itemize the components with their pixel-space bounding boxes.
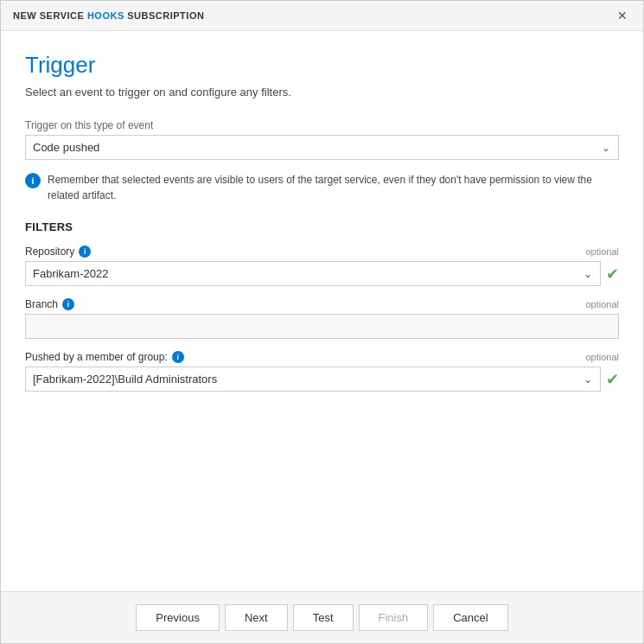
branch-optional-label: optional bbox=[585, 299, 619, 309]
repository-select[interactable]: Fabrikam-2022 Fabrikam-2021 bbox=[25, 261, 601, 286]
service-hooks-dialog: NEW SERVICE HOOKS SUBSCRIPTION ✕ Trigger… bbox=[0, 0, 644, 644]
dialog-title: NEW SERVICE HOOKS SUBSCRIPTION bbox=[13, 10, 204, 21]
info-text: Remember that selected events are visibl… bbox=[48, 172, 619, 203]
event-type-section: Trigger on this type of event Code pushe… bbox=[25, 119, 619, 160]
finish-button[interactable]: Finish bbox=[359, 604, 429, 631]
branch-filter-row: Branch i optional bbox=[25, 298, 619, 339]
repository-select-wrapper: Fabrikam-2022 Fabrikam-2021 ⌄ bbox=[25, 261, 601, 286]
dialog-title-highlight: HOOKS bbox=[87, 10, 124, 21]
group-optional-label: optional bbox=[585, 352, 619, 362]
group-select[interactable]: [Fabrikam-2022]\Build Administrators bbox=[25, 367, 601, 392]
branch-filter-header: Branch i optional bbox=[25, 298, 619, 310]
repository-filter-row: Repository i optional Fabrikam-2022 Fabr… bbox=[25, 245, 619, 286]
group-filter-header: Pushed by a member of group: i optional bbox=[25, 351, 619, 363]
close-button[interactable]: ✕ bbox=[614, 8, 631, 23]
previous-button[interactable]: Previous bbox=[136, 604, 220, 631]
group-select-row: [Fabrikam-2022]\Build Administrators ⌄ ✔ bbox=[25, 367, 619, 392]
filters-section: FILTERS Repository i optional Fabrikam-2… bbox=[25, 220, 619, 392]
group-filter-row: Pushed by a member of group: i optional … bbox=[25, 351, 619, 392]
dialog-header: NEW SERVICE HOOKS SUBSCRIPTION ✕ bbox=[1, 1, 643, 31]
repository-optional-label: optional bbox=[585, 246, 619, 257]
branch-info-icon[interactable]: i bbox=[62, 298, 74, 310]
repository-info-icon[interactable]: i bbox=[79, 245, 91, 258]
cancel-button[interactable]: Cancel bbox=[433, 604, 507, 631]
group-filter-label: Pushed by a member of group: i bbox=[25, 351, 184, 363]
page-subtitle: Select an event to trigger on and config… bbox=[25, 86, 619, 99]
group-select-wrapper: [Fabrikam-2022]\Build Administrators ⌄ bbox=[25, 367, 601, 392]
page-title: Trigger bbox=[25, 52, 619, 79]
test-button[interactable]: Test bbox=[293, 604, 354, 631]
branch-label-text: Branch bbox=[25, 298, 58, 310]
group-info-icon[interactable]: i bbox=[172, 351, 184, 363]
group-check-icon: ✔ bbox=[606, 370, 619, 389]
event-type-select[interactable]: Code pushed Build completed Release crea… bbox=[25, 135, 619, 160]
group-label-text: Pushed by a member of group: bbox=[25, 351, 168, 363]
info-box: i Remember that selected events are visi… bbox=[25, 172, 619, 203]
filters-heading: FILTERS bbox=[25, 220, 619, 233]
repository-filter-label: Repository i bbox=[25, 245, 91, 258]
dialog-content: Trigger Select an event to trigger on an… bbox=[1, 31, 643, 591]
repository-select-row: Fabrikam-2022 Fabrikam-2021 ⌄ ✔ bbox=[25, 261, 619, 286]
event-type-label: Trigger on this type of event bbox=[25, 119, 619, 131]
repository-check-icon: ✔ bbox=[606, 265, 619, 284]
info-icon: i bbox=[25, 173, 41, 188]
branch-input[interactable] bbox=[25, 314, 619, 339]
repository-label-text: Repository bbox=[25, 245, 74, 258]
next-button[interactable]: Next bbox=[225, 604, 288, 631]
branch-input-row bbox=[25, 314, 619, 339]
dialog-footer: Previous Next Test Finish Cancel bbox=[1, 591, 643, 643]
repository-filter-header: Repository i optional bbox=[25, 245, 619, 258]
event-type-select-wrapper: Code pushed Build completed Release crea… bbox=[25, 135, 619, 160]
branch-filter-label: Branch i bbox=[25, 298, 74, 310]
